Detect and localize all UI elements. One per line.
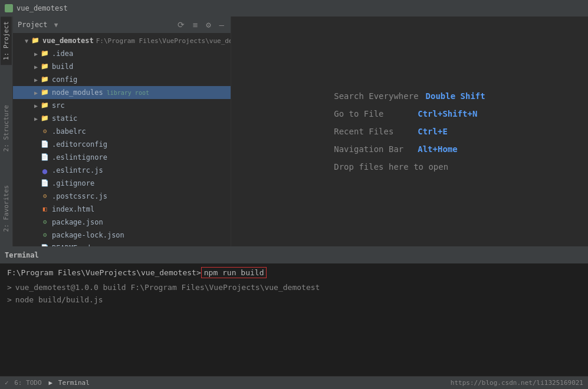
prompt-path: F:\Program Files\VueProjects\vue_demotes… [7, 268, 201, 277]
dropdown-arrow-icon[interactable]: ▼ [54, 21, 58, 29]
title-bar: vue_demotest [0, 0, 588, 17]
tree-item-postcssrc[interactable]: ▶ ⚙ .postcssrc.js [13, 190, 231, 203]
tree-item-eslintrc[interactable]: ▶ ● .eslintrc.js [13, 164, 231, 177]
package-json-icon: ⚙ [40, 218, 50, 226]
sidebar-title: Project ▼ [18, 21, 171, 29]
main-area: 1: Project 2: Structure 2: Favorites Pro… [0, 17, 588, 246]
arrow-1: > [7, 282, 12, 294]
tree-item-node-modules[interactable]: ▶ 📁 node_modules library root [13, 86, 231, 99]
left-tab-bar: 1: Project 2: Structure 2: Favorites [0, 17, 13, 246]
idea-label: .idea [52, 50, 73, 58]
tree-item-package-lock[interactable]: ▶ ⚙ package-lock.json [13, 229, 231, 242]
output-text-2: node build/build.js [15, 294, 103, 306]
terminal-content[interactable]: F:\Program Files\VueProjects\vue_demotes… [0, 263, 588, 376]
babelrc-label: .babelrc [52, 127, 86, 136]
tree-item-idea[interactable]: ▶ 📁 .idea [13, 47, 231, 60]
tree-item-eslintignore[interactable]: ▶ 📄 .eslintignore [13, 151, 231, 164]
config-label: config [52, 75, 77, 84]
project-tab[interactable]: 1: Project [1, 17, 12, 65]
terminal-panel-label: Terminal [5, 251, 39, 259]
static-arrow: ▶ [32, 116, 40, 122]
package-lock-label: package-lock.json [52, 231, 124, 239]
status-url: https://blog.csdn.net/li1325169021 [451, 379, 583, 387]
settings-icon[interactable]: ⚙ [204, 19, 212, 31]
drop-files-label: Drop files here to open [334, 162, 448, 172]
output-line-1: > vue_demotest@1.0.0 build F:\Program Fi… [7, 282, 581, 294]
build-label: build [52, 62, 73, 71]
eslintignore-icon: 📄 [40, 153, 50, 161]
tree-item-config[interactable]: ▶ 📁 config [13, 73, 231, 86]
root-path: F:\Program Files\VueProjects\vue_dem [96, 37, 231, 45]
sync-icon[interactable]: ⟳ [176, 19, 186, 31]
collapse-icon[interactable]: ≡ [191, 19, 199, 31]
eslintrc-icon: ● [40, 166, 50, 174]
node-modules-label: node_modules [52, 88, 103, 97]
goto-file-key: Ctrl+Shift+N [418, 109, 477, 118]
node-modules-folder-icon: 📁 [40, 88, 50, 97]
terminal-output: > vue_demotest@1.0.0 build F:\Program Fi… [7, 282, 581, 306]
postcssrc-label: .postcssrc.js [52, 192, 107, 200]
nav-bar-label: Navigation Bar [334, 144, 410, 154]
config-folder-icon: 📁 [40, 75, 50, 84]
build-folder-icon: 📁 [40, 62, 50, 71]
idea-arrow: ▶ [32, 51, 40, 57]
eslintignore-label: .eslintignore [52, 153, 107, 161]
bottom-panel-tabs: Terminal [0, 247, 588, 263]
tree-item-babelrc[interactable]: ▶ ⚙ .babelrc [13, 125, 231, 138]
favorites-tab[interactable]: 2: Favorites [1, 180, 12, 236]
sidebar: Project ▼ ⟳ ≡ ⚙ — ▼ 📁 vue_demotest F:\Pr… [13, 17, 231, 246]
terminal-tab[interactable]: ▶ Terminal [49, 379, 90, 387]
npm-run-build-cmd: npm run build [201, 267, 267, 278]
tree-item-build[interactable]: ▶ 📁 build [13, 60, 231, 73]
recent-files-label: Recent Files [334, 127, 410, 136]
root-arrow: ▼ [22, 38, 31, 44]
library-root-badge: library root [107, 90, 149, 96]
bottom-panel: Terminal F:\Program Files\VueProjects\vu… [0, 246, 588, 376]
tree-item-index-html[interactable]: ▶ ◧ index.html [13, 203, 231, 216]
app-icon [5, 4, 13, 12]
src-arrow: ▶ [32, 103, 40, 109]
shortcut-drop-files: Drop files here to open [334, 162, 485, 172]
file-tree: ▼ 📁 vue_demotest F:\Program Files\VuePro… [13, 33, 231, 246]
arrow-2: > [7, 294, 12, 306]
postcssrc-icon: ⚙ [40, 192, 50, 200]
tree-root[interactable]: ▼ 📁 vue_demotest F:\Program Files\VuePro… [13, 34, 231, 47]
recent-files-key: Ctrl+E [418, 127, 448, 136]
todo-tab[interactable]: ✓ 6: TODO [5, 379, 42, 387]
editorconfig-icon: 📄 [40, 140, 50, 149]
package-lock-icon: ⚙ [40, 231, 50, 239]
shortcut-search: Search Everywhere Double Shift [334, 91, 485, 101]
structure-tab[interactable]: 2: Structure [1, 100, 12, 156]
node-modules-arrow: ▶ [32, 90, 40, 96]
terminal-prompt: F:\Program Files\VueProjects\vue_demotes… [7, 268, 581, 277]
tree-item-gitignore[interactable]: ▶ 📄 .gitignore [13, 177, 231, 190]
output-text-1: vue_demotest@1.0.0 build F:\Program File… [15, 282, 320, 294]
status-bar: ✓ 6: TODO ▶ Terminal https://blog.csdn.n… [0, 376, 588, 389]
close-sidebar-icon[interactable]: — [218, 19, 226, 31]
static-label: static [52, 114, 77, 123]
static-folder-icon: 📁 [40, 114, 50, 123]
shortcut-nav-bar: Navigation Bar Alt+Home [334, 144, 485, 154]
status-right: https://blog.csdn.net/li1325169021 [451, 379, 583, 387]
src-label: src [52, 101, 65, 110]
tree-item-editorconfig[interactable]: ▶ 📄 .editorconfig [13, 138, 231, 151]
editorconfig-label: .editorconfig [52, 140, 107, 149]
tree-item-src[interactable]: ▶ 📁 src [13, 99, 231, 112]
output-line-2: > node build/build.js [7, 294, 581, 306]
src-folder-icon: 📁 [40, 101, 50, 110]
build-arrow: ▶ [32, 64, 40, 70]
package-json-label: package.json [52, 218, 103, 226]
index-html-label: index.html [52, 205, 94, 213]
editor-area: Search Everywhere Double Shift Go to Fil… [231, 17, 588, 246]
config-arrow: ▶ [32, 77, 40, 83]
root-name: vue_demotest [42, 37, 94, 45]
shortcut-goto-file: Go to File Ctrl+Shift+N [334, 109, 485, 118]
tree-item-readme[interactable]: ▶ 📄 README.md [13, 242, 231, 246]
search-label: Search Everywhere [334, 91, 418, 101]
shortcut-hints: Search Everywhere Double Shift Go to Fil… [334, 91, 485, 172]
idea-folder-icon: 📁 [40, 50, 50, 58]
tree-item-static[interactable]: ▶ 📁 static [13, 112, 231, 125]
window-title: vue_demotest [17, 4, 68, 12]
tree-item-package-json[interactable]: ▶ ⚙ package.json [13, 216, 231, 229]
terminal-icon: ▶ [49, 379, 53, 387]
